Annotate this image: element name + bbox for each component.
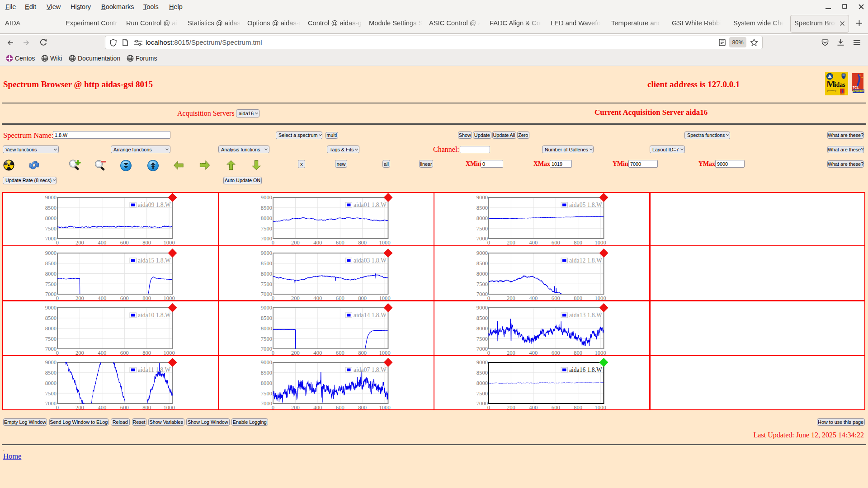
svg-text:8500: 8500 (261, 370, 272, 376)
svg-text:7500: 7500 (261, 390, 272, 397)
svg-text:600: 600 (120, 295, 129, 301)
svg-text:7000: 7000 (476, 346, 488, 352)
svg-text:1000: 1000 (164, 404, 175, 411)
svg-text:800: 800 (574, 239, 582, 246)
svg-text:POWERED: POWERED (840, 93, 848, 94)
svg-text:8000: 8000 (261, 271, 272, 277)
svg-text:7500: 7500 (261, 225, 272, 232)
svg-text:400: 400 (313, 295, 322, 301)
svg-text:600: 600 (336, 350, 344, 356)
svg-text:aida10 1.8.W: aida10 1.8.W (138, 312, 171, 319)
svg-text:600: 600 (552, 239, 560, 246)
svg-text:400: 400 (529, 239, 538, 246)
svg-text:8000: 8000 (476, 380, 488, 386)
svg-text:400: 400 (98, 404, 106, 411)
svg-text:0: 0 (56, 239, 59, 246)
svg-text:0: 0 (487, 239, 490, 246)
svg-text:7000: 7000 (261, 291, 272, 297)
svg-text:7000: 7000 (261, 400, 272, 407)
svg-text:7000: 7000 (45, 346, 57, 352)
svg-text:1000: 1000 (595, 404, 606, 411)
svg-text:7500: 7500 (261, 336, 272, 342)
svg-text:idas: idas (835, 81, 846, 88)
svg-text:0: 0 (487, 350, 490, 356)
svg-text:600: 600 (336, 239, 344, 246)
svg-text:800: 800 (142, 350, 151, 356)
svg-text:200: 200 (507, 404, 515, 411)
svg-text:0: 0 (487, 404, 490, 411)
svg-text:200: 200 (291, 239, 300, 246)
svg-text:7000: 7000 (476, 235, 488, 242)
svg-text:1000: 1000 (595, 239, 606, 246)
svg-text:600: 600 (120, 350, 129, 356)
svg-text:8500: 8500 (261, 315, 272, 321)
svg-text:200: 200 (291, 295, 300, 301)
svg-text:7000: 7000 (476, 400, 488, 407)
svg-text:1000: 1000 (595, 295, 606, 301)
svg-text:200: 200 (75, 239, 84, 246)
svg-text:1000: 1000 (379, 350, 391, 356)
svg-text:8500: 8500 (261, 260, 272, 267)
svg-text:8500: 8500 (261, 205, 272, 211)
svg-text:7500: 7500 (45, 390, 57, 397)
svg-text:8500: 8500 (45, 315, 57, 321)
svg-text:400: 400 (529, 295, 538, 301)
svg-text:0: 0 (56, 404, 59, 411)
svg-text:800: 800 (358, 404, 367, 411)
svg-text:9000: 9000 (45, 194, 57, 201)
svg-text:8000: 8000 (261, 325, 272, 332)
svg-text:8500: 8500 (45, 205, 57, 211)
svg-text:8000: 8000 (476, 271, 488, 277)
svg-text:8000: 8000 (476, 215, 488, 221)
svg-text:0: 0 (487, 295, 490, 301)
svg-text:400: 400 (98, 295, 106, 301)
svg-text:8000: 8000 (45, 325, 57, 332)
svg-text:1000: 1000 (164, 350, 175, 356)
svg-text:9000: 9000 (476, 194, 488, 201)
svg-text:8500: 8500 (476, 315, 488, 321)
svg-text:1000: 1000 (595, 350, 606, 356)
svg-text:9000: 9000 (476, 359, 488, 366)
svg-text:aida09 1.8.W: aida09 1.8.W (138, 202, 171, 208)
svg-text:200: 200 (507, 350, 515, 356)
svg-text:7500: 7500 (45, 336, 57, 342)
svg-text:7500: 7500 (261, 281, 272, 287)
svg-text:8500: 8500 (476, 370, 488, 376)
svg-text:600: 600 (552, 404, 560, 411)
svg-text:1000: 1000 (164, 295, 175, 301)
svg-text:800: 800 (574, 350, 582, 356)
svg-text:400: 400 (98, 239, 106, 246)
svg-text:aida05 1.8.W: aida05 1.8.W (569, 202, 602, 208)
svg-text:7000: 7000 (45, 235, 57, 242)
svg-text:7000: 7000 (45, 291, 57, 297)
svg-text:aida11 1.8.W: aida11 1.8.W (138, 366, 171, 373)
svg-text:600: 600 (552, 350, 560, 356)
svg-text:0: 0 (56, 295, 59, 301)
svg-text:400: 400 (98, 350, 106, 356)
svg-text:800: 800 (574, 404, 582, 411)
svg-text:400: 400 (529, 404, 538, 411)
svg-text:powered by: powered by (827, 90, 836, 92)
svg-text:7500: 7500 (476, 336, 488, 342)
svg-text:8000: 8000 (476, 325, 488, 332)
svg-text:8500: 8500 (45, 370, 57, 376)
svg-text:200: 200 (75, 295, 84, 301)
svg-text:9000: 9000 (476, 305, 488, 311)
svg-text:9000: 9000 (261, 194, 272, 201)
svg-text:9000: 9000 (45, 359, 57, 366)
svg-text:800: 800 (142, 295, 151, 301)
svg-text:0: 0 (272, 350, 274, 356)
svg-text:8000: 8000 (261, 215, 272, 221)
svg-text:200: 200 (291, 350, 300, 356)
svg-text:8500: 8500 (476, 205, 488, 211)
svg-text:400: 400 (529, 350, 538, 356)
svg-text:0: 0 (272, 404, 274, 411)
svg-text:0: 0 (272, 295, 274, 301)
svg-text:0: 0 (272, 239, 274, 246)
svg-text:800: 800 (574, 295, 582, 301)
svg-text:8500: 8500 (45, 260, 57, 267)
svg-text:aida03 1.8.W: aida03 1.8.W (354, 257, 387, 264)
svg-text:7500: 7500 (476, 390, 488, 397)
svg-text:9000: 9000 (45, 250, 57, 256)
svg-text:400: 400 (313, 239, 322, 246)
